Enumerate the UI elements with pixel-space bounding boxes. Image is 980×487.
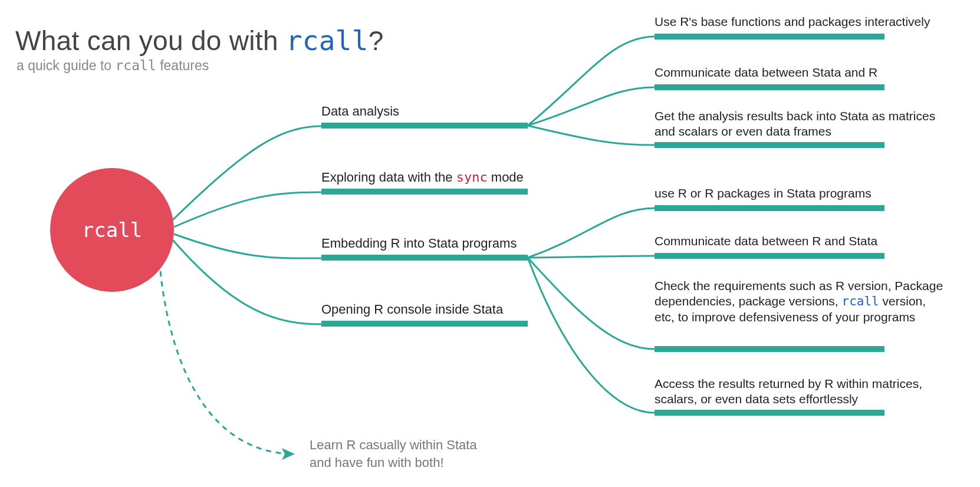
leaf-bar-b3-l1 (655, 205, 884, 211)
page-title: What can you do with rcall? (15, 25, 546, 60)
leaf-label-b3-l4: Access the results returned by R within … (655, 376, 943, 409)
edge-b1-l3 (528, 126, 655, 145)
leaf-bar-b1-l3 (655, 142, 884, 148)
leaf-label-b1-l2: Communicate data between Stata and R (655, 65, 938, 83)
edge-root-b3 (174, 234, 321, 258)
edge-b3-l4 (528, 258, 655, 413)
page-subtitle: a quick guide to rcall features (17, 58, 429, 81)
title-pre: What can you do with (15, 25, 286, 56)
leaf-bar-b1-l2 (655, 84, 884, 90)
branch-label-b1: Data analysis (321, 104, 557, 121)
edge-root-b4 (173, 240, 321, 324)
leaf-bar-b1-l1 (655, 34, 884, 40)
leaf-bar-b3-l2 (655, 253, 884, 259)
subtitle-code: rcall (116, 58, 156, 73)
tip-text: Learn R casually within Stata and have f… (310, 436, 534, 478)
subtitle-pre: a quick guide to (17, 58, 116, 73)
tip-arrow-path (160, 271, 295, 454)
title-post: ? (369, 25, 384, 56)
branch-bar-b2 (321, 189, 528, 195)
root-label: rcall (82, 218, 142, 242)
branch-bar-b4 (321, 321, 528, 327)
leaf-label-b3-l1: use R or R packages in Stata programs (655, 186, 938, 203)
edge-root-b1 (173, 126, 321, 220)
branch-bar-b3 (321, 255, 528, 261)
leaf-label-b3-l3: Check the requirements such as R version… (655, 278, 943, 345)
leaf-label-b3-l2: Communicate data between R and Stata (655, 233, 938, 251)
branch-label-b2: Exploring data with the sync mode (321, 170, 616, 187)
subtitle-post: features (156, 58, 209, 73)
leaf-label-b1-l1: Use R's base functions and packages inte… (655, 14, 938, 32)
leaf-label-b1-l3: Get the analysis results back into Stata… (655, 108, 938, 142)
leaf-bar-b3-l3 (655, 346, 884, 352)
tip-arrow-head (282, 448, 295, 460)
title-code: rcall (286, 25, 369, 57)
leaf-bar-b3-l4 (655, 410, 884, 416)
edge-b3-l2 (528, 256, 655, 258)
branch-bar-b1 (321, 123, 528, 129)
diagram-canvas: What can you do with rcall? a quick guid… (0, 0, 980, 487)
